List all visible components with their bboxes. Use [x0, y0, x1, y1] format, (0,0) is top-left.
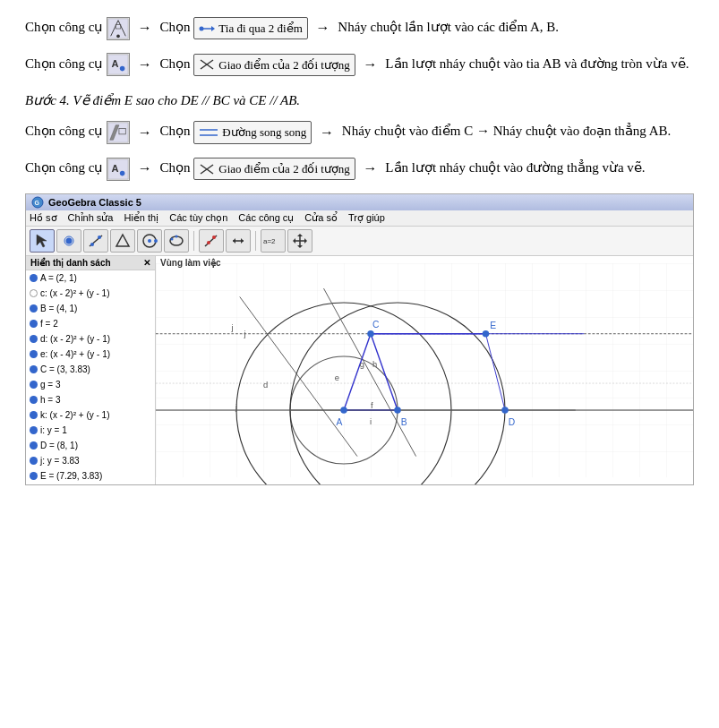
- intersect-tool-label-2: Giao điểm của 2 đối tượng: [193, 158, 355, 180]
- circle-tool-btn[interactable]: [137, 229, 162, 253]
- ggb-title: GeoGebra Classic 5: [48, 197, 141, 208]
- ggb-drawing: A B C D E j i f g: [156, 256, 693, 484]
- svg-text:D: D: [509, 417, 515, 427]
- a-point-tool-icon-2: A: [107, 158, 130, 181]
- svg-point-30: [98, 236, 101, 239]
- svg-marker-7: [211, 26, 215, 31]
- item-dot: [30, 472, 38, 480]
- line-tool-btn[interactable]: [83, 229, 108, 253]
- item-dot: [30, 396, 38, 404]
- parallel-icon: [199, 126, 218, 139]
- svg-text:C: C: [372, 320, 380, 330]
- item-dot: [30, 411, 38, 419]
- point-icon: [61, 233, 77, 249]
- tool-icon-4: A: [107, 158, 130, 181]
- paragraph-3: Chọn công cụ → Chọn Đường song song → Nh…: [25, 120, 694, 144]
- slider-icon: a=2: [262, 233, 284, 249]
- item-label: A = (2, 1): [40, 271, 77, 285]
- conic-tool-btn[interactable]: [164, 229, 189, 253]
- ggb-toolbar: a=2: [26, 227, 693, 256]
- svg-point-4: [116, 34, 120, 38]
- menu-cua-so[interactable]: Cửa sổ: [304, 212, 338, 224]
- move-viewport-btn[interactable]: [287, 229, 312, 253]
- svg-point-33: [148, 239, 151, 243]
- svg-point-74: [501, 407, 509, 414]
- step-4-title: Bước 4. Vẽ điểm E sao cho DE // BC và CE…: [25, 90, 694, 112]
- geogebra-window: G GeoGebra Classic 5 Hồ sơ Chỉnh sửa Hiể…: [25, 193, 694, 485]
- sidebar-item: f = 2: [26, 316, 155, 331]
- svg-text:f: f: [371, 401, 373, 410]
- item-label: B = (4, 1): [40, 302, 77, 315]
- item-label: E = (7.29, 3.83): [40, 469, 102, 483]
- circle-icon: [141, 233, 158, 249]
- svg-marker-49: [293, 238, 295, 244]
- menu-cong-cu[interactable]: Các công cụ: [238, 212, 294, 224]
- svg-point-29: [90, 243, 94, 246]
- sidebar-item: A = (2, 1): [26, 270, 155, 286]
- p1-chon: Chọn: [160, 20, 191, 34]
- svg-point-36: [171, 237, 174, 240]
- arrow-2: →: [316, 16, 330, 39]
- item-dot: [30, 350, 38, 358]
- svg-text:j: j: [230, 323, 233, 332]
- svg-point-72: [367, 330, 374, 338]
- conic-icon: [168, 233, 184, 249]
- menu-tuy-chon[interactable]: Các tùy chọn: [169, 212, 227, 224]
- svg-marker-48: [297, 245, 303, 248]
- p2-post: Lần lượt nháy chuột vào tia AB và đường …: [385, 56, 689, 71]
- menu-hien-thi[interactable]: Hiển thị: [124, 212, 158, 224]
- paragraph-2: Chọn công cụ A → Chọn Giao điểm của 2 đố…: [25, 53, 694, 77]
- menu-tro-giup[interactable]: Trợ giúp: [348, 212, 385, 224]
- point-tool-btn[interactable]: [56, 229, 81, 253]
- ggb-main-area: Hiển thị danh sách ✕ A = (2, 1)c: (x - 2…: [26, 256, 693, 484]
- svg-text:j: j: [235, 403, 237, 412]
- sidebar-item: B = (4, 1): [26, 301, 155, 316]
- item-dot: [30, 274, 38, 282]
- arrow-6: →: [320, 121, 334, 144]
- p4-pre: Chọn công cụ: [25, 160, 103, 175]
- svg-marker-25: [37, 235, 47, 247]
- svg-text:d: d: [263, 380, 268, 389]
- svg-point-39: [207, 241, 210, 244]
- svg-point-40: [212, 236, 216, 239]
- svg-text:A: A: [112, 162, 119, 173]
- arrow-tool-btn[interactable]: [30, 229, 55, 253]
- svg-marker-31: [116, 235, 129, 246]
- ggb-menu-bar[interactable]: Hồ sơ Chỉnh sửa Hiển thị Các tùy chọn Cá…: [26, 210, 693, 227]
- ray-tool-label: Tia đi qua 2 điểm: [193, 17, 307, 39]
- svg-point-76: [483, 330, 490, 338]
- polygon-tool-btn[interactable]: [110, 229, 135, 253]
- item-dot: [30, 335, 38, 343]
- item-dot: [30, 320, 38, 328]
- intersect-icon-2: [199, 163, 215, 176]
- arrow-4: →: [364, 53, 378, 76]
- menu-chinh-sua[interactable]: Chỉnh sửa: [68, 212, 114, 224]
- ggb-canvas[interactable]: Vùng làm việc: [156, 256, 693, 484]
- sidebar-item: d: (x - 2)² + (y - 1): [26, 331, 155, 347]
- angle-tool-btn[interactable]: [199, 229, 224, 253]
- sidebar-header-label: Hiển thị danh sách: [30, 258, 111, 268]
- slider-tool-btn[interactable]: a=2: [261, 229, 286, 253]
- transform-tool-btn[interactable]: [226, 229, 251, 253]
- tool-icon-1: [107, 17, 130, 40]
- p1-pre: Chọn công cụ: [25, 20, 103, 34]
- sidebar-item: e: (x - 4)² + (y - 1): [26, 347, 155, 362]
- p4-post: Lần lượt nháy chuột vào đường thẳng vừa …: [385, 160, 645, 175]
- menu-ho-so[interactable]: Hồ sơ: [30, 212, 57, 224]
- item-label: h = 3: [40, 393, 61, 407]
- svg-text:e: e: [335, 373, 339, 382]
- ggb-logo-icon: G: [31, 196, 44, 209]
- item-label: e: (x - 4)² + (y - 1): [40, 347, 110, 361]
- toolbar-sep-2: [255, 231, 256, 251]
- sidebar-item: D = (8, 1): [26, 438, 155, 453]
- arrow-8: →: [364, 157, 378, 180]
- svg-point-20: [120, 170, 125, 176]
- sidebar-close-icon[interactable]: ✕: [143, 258, 150, 268]
- sidebar-item: i: y = 1: [26, 423, 155, 438]
- svg-text:a=2: a=2: [263, 237, 276, 245]
- svg-text:A: A: [112, 58, 119, 69]
- cursor-icon: [34, 233, 50, 249]
- svg-text:E: E: [490, 321, 496, 330]
- ggb-sidebar: Hiển thị danh sách ✕ A = (2, 1)c: (x - 2…: [26, 256, 156, 484]
- svg-rect-51: [156, 263, 693, 477]
